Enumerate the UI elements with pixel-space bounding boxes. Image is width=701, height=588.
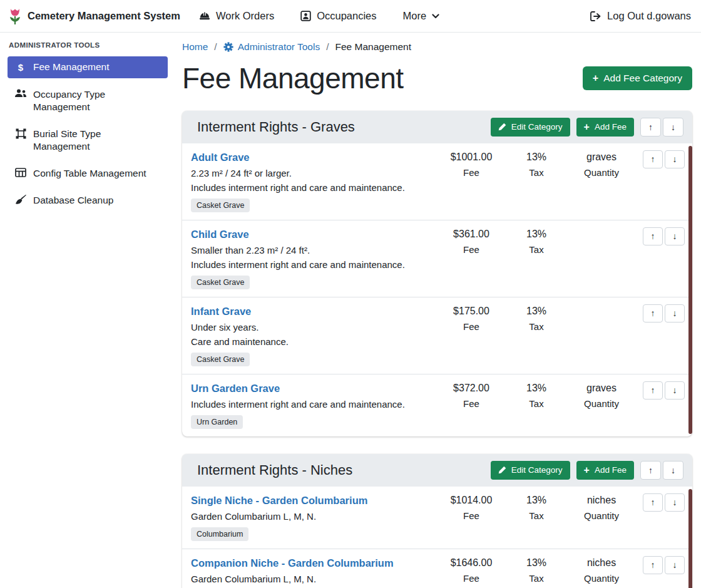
logout-button[interactable]: Log Out d.gowans bbox=[590, 10, 691, 22]
sidebar-item-label: Database Cleanup bbox=[33, 194, 113, 207]
add-fee-category-button[interactable]: + Add Fee Category bbox=[583, 66, 692, 90]
breadcrumb-admin-tools-link[interactable]: Administrator Tools bbox=[223, 41, 320, 53]
plus-icon: + bbox=[584, 465, 590, 475]
main-content: Home / bbox=[175, 33, 701, 588]
fee-row-companion-niche: Companion Niche - Garden Columbarium Gar… bbox=[182, 549, 692, 588]
fee-row-child-grave: Child Grave Smaller than 2.23 m² / 24 ft… bbox=[182, 220, 692, 297]
edit-category-button[interactable]: Edit Category bbox=[491, 461, 570, 480]
breadcrumb-home-link[interactable]: Home bbox=[182, 41, 208, 53]
move-fee-down-button[interactable]: ↓ bbox=[665, 556, 685, 574]
sidebar-item-config-table-management[interactable]: Config Table Management bbox=[8, 163, 168, 184]
move-fee-up-button[interactable]: ↑ bbox=[643, 150, 663, 168]
move-category-down-button[interactable]: ↓ bbox=[663, 118, 683, 137]
fee-name-link[interactable]: Urn Garden Grave bbox=[191, 383, 280, 395]
logout-icon bbox=[590, 11, 601, 21]
fee-name-link[interactable]: Single Niche - Garden Columbarium bbox=[191, 495, 367, 507]
move-fee-up-button[interactable]: ↑ bbox=[643, 227, 663, 245]
category-title: Interment Rights - Graves bbox=[197, 119, 355, 135]
category-reorder-buttons: ↑ ↓ bbox=[640, 118, 683, 137]
fee-info: Adult Grave 2.23 m² / 24 ft² or larger. … bbox=[191, 150, 439, 212]
move-category-up-button[interactable]: ↑ bbox=[640, 118, 661, 137]
fee-type-badge: Casket Grave bbox=[191, 353, 250, 366]
card-scrollbar[interactable] bbox=[688, 489, 692, 588]
fee-amount-col: $1014.00 Fee bbox=[439, 493, 504, 541]
fee-quantity: graves bbox=[569, 152, 634, 163]
sidebar-item-fee-management[interactable]: $ Fee Management bbox=[8, 56, 168, 78]
breadcrumb-admin-tools-label: Administrator Tools bbox=[238, 41, 320, 53]
fee-description: 2.23 m² / 24 ft² or larger. bbox=[191, 168, 439, 178]
move-category-up-button[interactable]: ↑ bbox=[640, 461, 661, 480]
fee-info: Single Niche - Garden Columbarium Garden… bbox=[191, 493, 439, 541]
fee-name-link[interactable]: Child Grave bbox=[191, 229, 249, 240]
move-fee-down-button[interactable]: ↓ bbox=[665, 227, 685, 245]
breadcrumb-separator: / bbox=[326, 41, 329, 53]
app-brand[interactable]: Cemetery Management System bbox=[8, 8, 180, 25]
fee-description: Garden Columbarium L, M, N. bbox=[191, 511, 439, 522]
fee-name-link[interactable]: Infant Grave bbox=[191, 306, 251, 317]
nav-more[interactable]: More bbox=[403, 10, 440, 22]
nav-work-orders[interactable]: Work Orders bbox=[199, 10, 274, 22]
fee-info: Urn Garden Grave Includes interment righ… bbox=[191, 381, 439, 429]
sidebar-item-label: Config Table Management bbox=[33, 167, 146, 180]
fee-amount-label: Fee bbox=[439, 321, 504, 332]
move-fee-up-button[interactable]: ↑ bbox=[643, 556, 663, 574]
fee-tax: 13% bbox=[504, 306, 569, 317]
fee-quantity-label: Quantity bbox=[569, 167, 634, 178]
fee-amount-label: Fee bbox=[439, 167, 504, 178]
pencil-icon bbox=[498, 123, 506, 131]
sidebar: ADMINISTRATOR TOOLS $ Fee Management bbox=[0, 33, 175, 588]
move-fee-down-button[interactable]: ↓ bbox=[665, 493, 685, 512]
navbar-links: Work Orders Occupancies More bbox=[199, 10, 439, 22]
occupancy-icon bbox=[300, 11, 311, 21]
card-scrollbar[interactable] bbox=[688, 146, 692, 434]
broom-icon bbox=[14, 195, 28, 205]
move-fee-up-button[interactable]: ↑ bbox=[643, 304, 663, 322]
move-fee-up-button[interactable]: ↑ bbox=[643, 381, 663, 400]
fee-type-badge: Casket Grave bbox=[191, 199, 250, 212]
fee-tax-label: Tax bbox=[504, 167, 569, 178]
fee-description: Includes interment right and care and ma… bbox=[191, 399, 439, 410]
fee-list: Single Niche - Garden Columbarium Garden… bbox=[182, 487, 692, 588]
fee-tax-col: 13% Tax bbox=[504, 304, 569, 366]
breadcrumb-separator: / bbox=[214, 41, 217, 53]
add-fee-label: Add Fee bbox=[595, 465, 627, 475]
move-category-down-button[interactable]: ↓ bbox=[663, 461, 683, 480]
fee-name-link[interactable]: Companion Niche - Garden Columbarium bbox=[191, 557, 394, 569]
sidebar-item-occupancy-type-management[interactable]: Occupancy Type Management bbox=[8, 84, 168, 118]
table-icon bbox=[14, 168, 28, 177]
fee-info: Companion Niche - Garden Columbarium Gar… bbox=[191, 556, 439, 588]
fee-quantity-col: niches Quantity bbox=[569, 556, 634, 588]
plus-icon: + bbox=[593, 73, 598, 83]
fee-amount: $1646.00 bbox=[439, 557, 504, 569]
sidebar-item-burial-site-type-management[interactable]: Burial Site Type Management bbox=[8, 123, 168, 157]
fee-reorder-buttons: ↑ ↓ bbox=[643, 227, 685, 245]
dollar-icon: $ bbox=[14, 61, 28, 74]
add-fee-button[interactable]: + Add Fee bbox=[576, 118, 634, 137]
move-fee-down-button[interactable]: ↓ bbox=[665, 381, 685, 400]
move-fee-down-button[interactable]: ↓ bbox=[665, 150, 685, 168]
fee-reorder-buttons: ↑ ↓ bbox=[643, 150, 685, 168]
fee-description: Care and maintenance. bbox=[191, 336, 439, 347]
move-fee-down-button[interactable]: ↓ bbox=[665, 304, 685, 322]
edit-category-button[interactable]: Edit Category bbox=[491, 118, 570, 137]
hard-hat-icon bbox=[199, 11, 210, 21]
sidebar-item-label: Burial Site Type Management bbox=[33, 128, 150, 153]
category-header: Interment Rights - Niches Edit Category … bbox=[182, 454, 692, 487]
vector-square-icon bbox=[14, 128, 28, 139]
fee-row-urn-garden-grave: Urn Garden Grave Includes interment righ… bbox=[182, 374, 692, 436]
sidebar-nav: $ Fee Management Occupancy Type Manageme… bbox=[8, 56, 168, 211]
fee-name-link[interactable]: Adult Grave bbox=[191, 152, 250, 163]
fee-amount: $175.00 bbox=[439, 306, 504, 317]
nav-occupancies[interactable]: Occupancies bbox=[300, 10, 376, 22]
add-fee-button[interactable]: + Add Fee bbox=[576, 461, 634, 480]
fee-quantity-label: Quantity bbox=[569, 510, 634, 521]
category-actions: Edit Category + Add Fee ↑ ↓ bbox=[491, 118, 683, 137]
tulip-logo-icon bbox=[8, 8, 23, 25]
sidebar-item-database-cleanup[interactable]: Database Cleanup bbox=[8, 190, 168, 211]
chevron-down-icon bbox=[432, 14, 439, 19]
edit-category-label: Edit Category bbox=[511, 465, 563, 475]
app-root: Cemetery Management System Work Orders bbox=[0, 0, 701, 588]
move-fee-up-button[interactable]: ↑ bbox=[643, 493, 663, 512]
fee-quantity-col bbox=[569, 227, 634, 289]
fee-reorder-buttons: ↑ ↓ bbox=[643, 381, 685, 400]
